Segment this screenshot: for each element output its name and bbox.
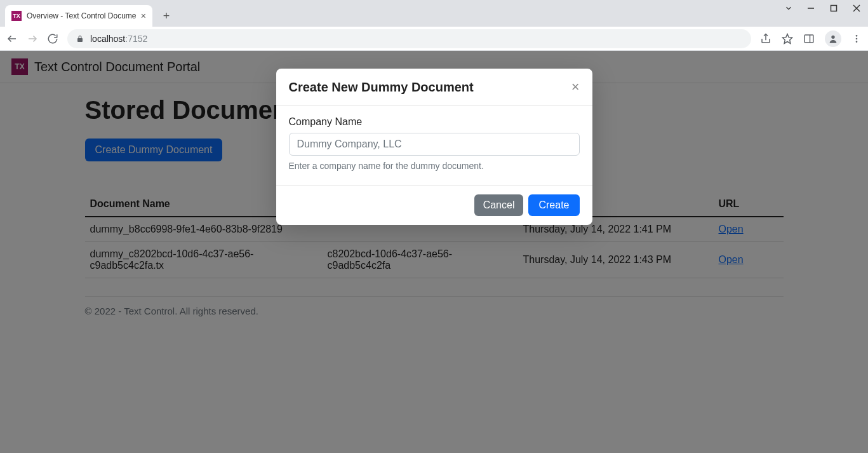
create-document-modal: Create New Dummy Document × Company Name… <box>276 69 592 225</box>
address-port: :7152 <box>125 34 147 44</box>
share-icon[interactable] <box>760 33 771 44</box>
forward-button[interactable] <box>27 33 38 44</box>
side-panel-icon[interactable] <box>803 33 815 44</box>
tab-title: Overview - Text Control Docume <box>27 11 136 20</box>
modal-close-icon[interactable]: × <box>571 79 580 95</box>
page-viewport: TX Text Control Document Portal Stored D… <box>0 51 868 453</box>
chevron-down-icon[interactable] <box>784 4 796 13</box>
svg-point-11 <box>856 35 858 37</box>
create-button[interactable]: Create <box>528 194 579 216</box>
window-controls <box>784 4 864 13</box>
address-host: localhost <box>90 34 125 44</box>
toolbar-right <box>760 30 862 47</box>
svg-rect-1 <box>831 6 837 11</box>
svg-point-13 <box>856 41 858 43</box>
address-bar[interactable]: localhost:7152 <box>67 29 751 48</box>
maximize-button[interactable] <box>830 4 841 12</box>
close-window-button[interactable] <box>853 4 864 12</box>
profile-avatar[interactable] <box>825 30 841 47</box>
svg-rect-8 <box>805 35 813 43</box>
svg-point-10 <box>831 35 834 38</box>
back-button[interactable] <box>6 33 18 44</box>
star-icon[interactable] <box>782 33 793 44</box>
tab-close-icon[interactable]: × <box>141 11 146 21</box>
menu-icon[interactable] <box>851 34 862 44</box>
new-tab-button[interactable]: + <box>157 7 175 25</box>
browser-tab-strip: TX Overview - Text Control Docume × + <box>0 0 868 27</box>
reload-button[interactable] <box>47 33 58 44</box>
address-text: localhost:7152 <box>90 34 147 44</box>
svg-marker-7 <box>783 34 792 43</box>
cancel-button[interactable]: Cancel <box>474 194 524 216</box>
modal-header: Create New Dummy Document × <box>276 69 592 106</box>
modal-title: Create New Dummy Document <box>289 80 474 95</box>
company-name-input[interactable] <box>289 133 580 156</box>
browser-toolbar: localhost:7152 <box>0 27 868 51</box>
svg-point-12 <box>856 37 858 39</box>
lock-icon <box>76 34 84 43</box>
company-name-label: Company Name <box>289 116 580 128</box>
modal-body: Company Name Enter a company name for th… <box>276 106 592 185</box>
minimize-button[interactable] <box>807 4 818 12</box>
tab-favicon: TX <box>11 11 22 21</box>
company-name-hint: Enter a company name for the dummy docum… <box>289 161 580 171</box>
browser-tab[interactable]: TX Overview - Text Control Docume × <box>5 5 152 27</box>
modal-footer: Cancel Create <box>276 185 592 225</box>
